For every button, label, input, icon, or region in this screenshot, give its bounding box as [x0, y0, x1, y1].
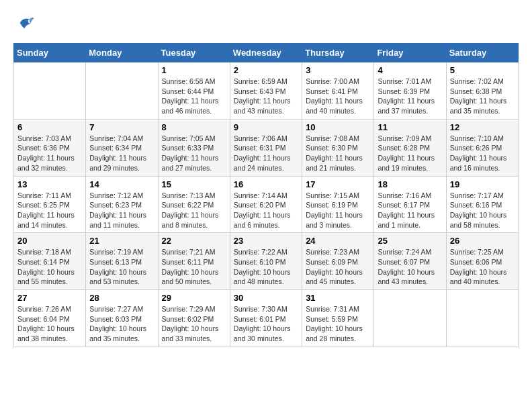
day-info: Sunrise: 7:01 AMSunset: 6:39 PMDaylight:… — [378, 77, 442, 116]
calendar-cell: 22 Sunrise: 7:21 AMSunset: 6:11 PMDaylig… — [158, 233, 230, 290]
calendar-cell — [446, 290, 518, 347]
calendar-cell: 13 Sunrise: 7:11 AMSunset: 6:25 PMDaylig… — [14, 176, 86, 233]
calendar-week-2: 6 Sunrise: 7:03 AMSunset: 6:36 PMDayligh… — [14, 119, 519, 176]
day-number: 30 — [234, 293, 298, 303]
page-header — [13, 13, 519, 32]
calendar-cell: 5 Sunrise: 7:02 AMSunset: 6:38 PMDayligh… — [446, 62, 518, 120]
calendar-cell: 12 Sunrise: 7:10 AMSunset: 6:26 PMDaylig… — [446, 119, 518, 176]
day-of-week-sunday: Sunday — [14, 44, 86, 62]
day-number: 14 — [89, 179, 154, 189]
day-info: Sunrise: 7:19 AMSunset: 6:13 PMDaylight:… — [89, 247, 154, 287]
day-number: 13 — [17, 179, 82, 189]
calendar-cell: 30 Sunrise: 7:30 AMSunset: 6:01 PMDaylig… — [230, 290, 302, 347]
day-info: Sunrise: 7:25 AMSunset: 6:06 PMDaylight:… — [450, 247, 515, 287]
logo — [13, 13, 35, 32]
day-info: Sunrise: 7:02 AMSunset: 6:38 PMDaylight:… — [450, 77, 515, 116]
day-number: 20 — [17, 236, 82, 246]
day-info: Sunrise: 7:00 AMSunset: 6:41 PMDaylight:… — [306, 77, 370, 116]
day-number: 1 — [162, 65, 226, 75]
day-number: 8 — [162, 122, 226, 132]
calendar-cell: 29 Sunrise: 7:29 AMSunset: 6:02 PMDaylig… — [158, 290, 230, 347]
days-of-week-row: SundayMondayTuesdayWednesdayThursdayFrid… — [14, 44, 519, 62]
day-of-week-monday: Monday — [86, 44, 158, 62]
calendar-cell: 15 Sunrise: 7:13 AMSunset: 6:22 PMDaylig… — [158, 176, 230, 233]
day-info: Sunrise: 7:24 AMSunset: 6:07 PMDaylight:… — [378, 247, 442, 287]
day-of-week-thursday: Thursday — [302, 44, 374, 62]
calendar-cell: 9 Sunrise: 7:06 AMSunset: 6:31 PMDayligh… — [230, 119, 302, 176]
day-info: Sunrise: 7:26 AMSunset: 6:04 PMDaylight:… — [17, 304, 82, 344]
day-info: Sunrise: 7:30 AMSunset: 6:01 PMDaylight:… — [234, 304, 298, 344]
day-info: Sunrise: 7:04 AMSunset: 6:34 PMDaylight:… — [89, 134, 154, 173]
calendar-body: 1 Sunrise: 6:58 AMSunset: 6:44 PMDayligh… — [14, 62, 519, 347]
day-number: 25 — [378, 236, 442, 246]
calendar-cell: 4 Sunrise: 7:01 AMSunset: 6:39 PMDayligh… — [374, 62, 446, 120]
day-number: 6 — [17, 122, 82, 132]
day-info: Sunrise: 7:17 AMSunset: 6:16 PMDaylight:… — [450, 191, 515, 230]
calendar-cell: 11 Sunrise: 7:09 AMSunset: 6:28 PMDaylig… — [374, 119, 446, 176]
day-of-week-friday: Friday — [374, 44, 446, 62]
day-info: Sunrise: 7:11 AMSunset: 6:25 PMDaylight:… — [17, 191, 82, 230]
day-number: 10 — [306, 122, 370, 132]
day-number: 12 — [450, 122, 515, 132]
day-number: 18 — [378, 179, 442, 189]
day-info: Sunrise: 6:58 AMSunset: 6:44 PMDaylight:… — [162, 77, 226, 116]
calendar-cell: 19 Sunrise: 7:17 AMSunset: 6:16 PMDaylig… — [446, 176, 518, 233]
day-info: Sunrise: 7:31 AMSunset: 5:59 PMDaylight:… — [306, 304, 370, 344]
calendar-cell: 3 Sunrise: 7:00 AMSunset: 6:41 PMDayligh… — [302, 62, 374, 120]
day-number: 31 — [306, 293, 370, 303]
day-number: 21 — [89, 236, 154, 246]
day-info: Sunrise: 7:12 AMSunset: 6:23 PMDaylight:… — [89, 191, 154, 230]
day-number: 9 — [234, 122, 298, 132]
day-number: 27 — [17, 293, 82, 303]
calendar-cell — [14, 62, 86, 120]
calendar-cell: 18 Sunrise: 7:16 AMSunset: 6:17 PMDaylig… — [374, 176, 446, 233]
day-number: 2 — [234, 65, 298, 75]
calendar-week-1: 1 Sunrise: 6:58 AMSunset: 6:44 PMDayligh… — [14, 62, 519, 120]
day-info: Sunrise: 6:59 AMSunset: 6:43 PMDaylight:… — [234, 77, 298, 116]
day-info: Sunrise: 7:03 AMSunset: 6:36 PMDaylight:… — [17, 134, 82, 173]
calendar-cell: 27 Sunrise: 7:26 AMSunset: 6:04 PMDaylig… — [14, 290, 86, 347]
calendar-cell: 24 Sunrise: 7:23 AMSunset: 6:09 PMDaylig… — [302, 233, 374, 290]
day-number: 19 — [450, 179, 515, 189]
day-number: 28 — [89, 293, 154, 303]
calendar-cell: 20 Sunrise: 7:18 AMSunset: 6:14 PMDaylig… — [14, 233, 86, 290]
day-number: 5 — [450, 65, 515, 75]
day-info: Sunrise: 7:05 AMSunset: 6:33 PMDaylight:… — [162, 134, 226, 173]
day-info: Sunrise: 7:06 AMSunset: 6:31 PMDaylight:… — [234, 134, 298, 173]
day-of-week-wednesday: Wednesday — [230, 44, 302, 62]
calendar-cell: 8 Sunrise: 7:05 AMSunset: 6:33 PMDayligh… — [158, 119, 230, 176]
day-number: 17 — [306, 179, 370, 189]
day-number: 24 — [306, 236, 370, 246]
calendar-cell: 23 Sunrise: 7:22 AMSunset: 6:10 PMDaylig… — [230, 233, 302, 290]
calendar-cell: 25 Sunrise: 7:24 AMSunset: 6:07 PMDaylig… — [374, 233, 446, 290]
calendar-cell: 16 Sunrise: 7:14 AMSunset: 6:20 PMDaylig… — [230, 176, 302, 233]
calendar-cell — [374, 290, 446, 347]
calendar-cell: 7 Sunrise: 7:04 AMSunset: 6:34 PMDayligh… — [86, 119, 158, 176]
day-info: Sunrise: 7:09 AMSunset: 6:28 PMDaylight:… — [378, 134, 442, 173]
day-info: Sunrise: 7:29 AMSunset: 6:02 PMDaylight:… — [162, 304, 226, 344]
calendar-cell: 31 Sunrise: 7:31 AMSunset: 5:59 PMDaylig… — [302, 290, 374, 347]
calendar-cell: 1 Sunrise: 6:58 AMSunset: 6:44 PMDayligh… — [158, 62, 230, 120]
day-info: Sunrise: 7:16 AMSunset: 6:17 PMDaylight:… — [378, 191, 442, 230]
calendar-week-4: 20 Sunrise: 7:18 AMSunset: 6:14 PMDaylig… — [14, 233, 519, 290]
calendar-table: SundayMondayTuesdayWednesdayThursdayFrid… — [13, 43, 519, 347]
calendar-cell: 14 Sunrise: 7:12 AMSunset: 6:23 PMDaylig… — [86, 176, 158, 233]
day-info: Sunrise: 7:14 AMSunset: 6:20 PMDaylight:… — [234, 191, 298, 230]
calendar-cell: 26 Sunrise: 7:25 AMSunset: 6:06 PMDaylig… — [446, 233, 518, 290]
day-info: Sunrise: 7:18 AMSunset: 6:14 PMDaylight:… — [17, 247, 82, 287]
logo-bird-icon — [16, 13, 35, 32]
calendar-cell: 28 Sunrise: 7:27 AMSunset: 6:03 PMDaylig… — [86, 290, 158, 347]
day-number: 29 — [162, 293, 226, 303]
day-of-week-saturday: Saturday — [446, 44, 518, 62]
calendar-cell: 6 Sunrise: 7:03 AMSunset: 6:36 PMDayligh… — [14, 119, 86, 176]
day-info: Sunrise: 7:22 AMSunset: 6:10 PMDaylight:… — [234, 247, 298, 287]
day-info: Sunrise: 7:27 AMSunset: 6:03 PMDaylight:… — [89, 304, 154, 344]
calendar-cell — [86, 62, 158, 120]
calendar-week-3: 13 Sunrise: 7:11 AMSunset: 6:25 PMDaylig… — [14, 176, 519, 233]
day-number: 16 — [234, 179, 298, 189]
day-info: Sunrise: 7:23 AMSunset: 6:09 PMDaylight:… — [306, 247, 370, 287]
day-number: 11 — [378, 122, 442, 132]
calendar-cell: 17 Sunrise: 7:15 AMSunset: 6:19 PMDaylig… — [302, 176, 374, 233]
calendar-cell: 21 Sunrise: 7:19 AMSunset: 6:13 PMDaylig… — [86, 233, 158, 290]
calendar-cell: 2 Sunrise: 6:59 AMSunset: 6:43 PMDayligh… — [230, 62, 302, 120]
